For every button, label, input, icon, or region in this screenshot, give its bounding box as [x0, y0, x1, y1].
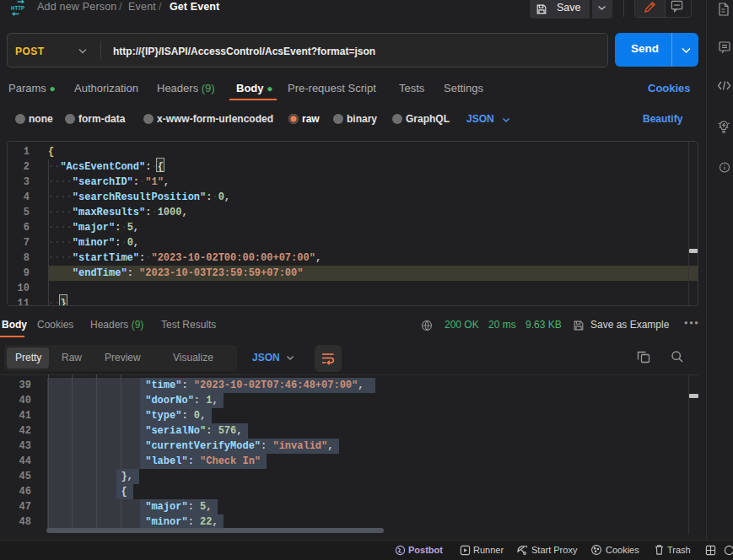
svg-text:HTTP: HTTP [11, 4, 24, 12]
